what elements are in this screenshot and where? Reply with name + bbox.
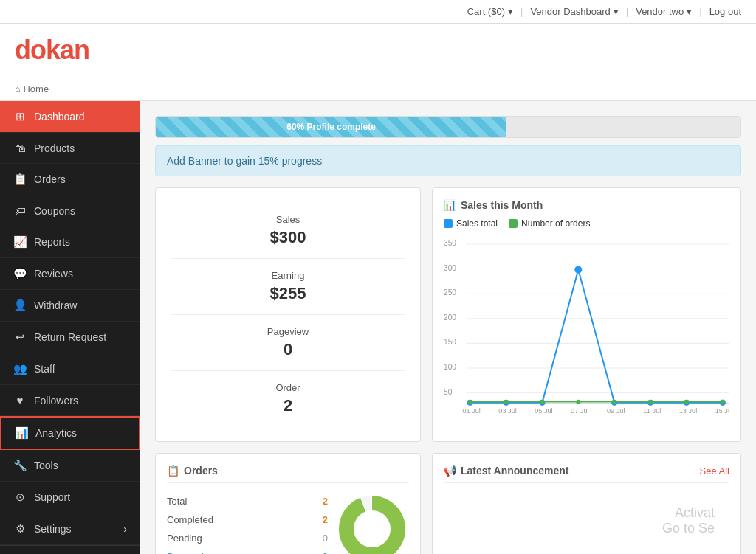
progress-label: 60% Profile complete (286, 122, 376, 132)
sidebar-label-dashboard: Dashboard (34, 111, 85, 122)
announcement-text: ActivatGo to Se (662, 505, 715, 536)
orders-section: 📋 Orders Total 2 Completed 2 (155, 453, 421, 554)
svg-text:350: 350 (444, 239, 456, 247)
sidebar-label-return-request: Return Request (34, 331, 106, 343)
support-icon: ⊙ (13, 491, 27, 504)
svg-text:50: 50 (444, 388, 453, 396)
vendor-dashboard-chevron-icon: ▾ (614, 6, 619, 17)
svg-point-23 (468, 400, 472, 404)
legend-dot-green (509, 219, 518, 228)
sidebar-external-link-button[interactable]: ↗ (0, 546, 47, 554)
header: dokan (0, 24, 756, 77)
sidebar-item-reports[interactable]: 📈 Reports (0, 226, 140, 258)
logout-button[interactable]: Log out (709, 6, 741, 17)
reports-icon: 📈 (13, 235, 27, 249)
stat-pageview-label: Pageview (171, 326, 405, 337)
vendor-two-menu[interactable]: Vendor two ▾ (636, 6, 692, 17)
stat-order-label: Order (171, 382, 405, 393)
announcement-content: ActivatGo to Se (444, 491, 729, 551)
vendor-two-label: Vendor two (636, 6, 684, 17)
svg-point-26 (576, 400, 580, 404)
svg-point-27 (612, 400, 616, 404)
stat-sales: Sales $300 (171, 203, 405, 259)
sidebar-item-settings[interactable]: ⚙ Settings › (0, 513, 140, 545)
sidebar-item-dashboard[interactable]: ⊞ Dashboard (0, 101, 140, 133)
settings-arrow-icon: › (123, 523, 127, 535)
sidebar-footer: ↗ 👤 ⏻ (0, 545, 140, 554)
stat-order-value: 2 (171, 396, 405, 415)
cart-label: Cart ($0) (467, 6, 505, 17)
legend-dot-blue (444, 219, 453, 228)
banner-notice: Add Banner to gain 15% progress (155, 145, 741, 176)
reviews-icon: 💬 (13, 267, 27, 280)
svg-point-28 (648, 400, 653, 404)
svg-text:150: 150 (444, 338, 456, 346)
svg-point-30 (721, 400, 725, 404)
sidebar-item-analytics[interactable]: 📊 Analytics (0, 416, 140, 450)
logout-label: Log out (709, 6, 741, 17)
sidebar-label-analytics: Analytics (35, 427, 77, 439)
chart-svg: 350 300 250 200 150 100 50 (444, 236, 729, 420)
cart-menu[interactable]: Cart ($0) ▾ (467, 6, 513, 17)
order-label-processing: Processing (167, 551, 214, 554)
sidebar-item-coupons[interactable]: 🏷 Coupons (0, 195, 140, 226)
svg-text:100: 100 (444, 363, 456, 371)
sidebar-item-tools[interactable]: 🔧 Tools (0, 450, 140, 482)
chart-area: 350 300 250 200 150 100 50 (444, 236, 729, 420)
legend-sales-total: Sales total (444, 218, 498, 229)
order-value-processing: 0 (323, 551, 328, 554)
announcement-icon: 📢 (444, 465, 456, 477)
content-area: 60% Profile complete Add Banner to gain … (140, 101, 756, 554)
donut-chart (335, 492, 409, 554)
home-icon: ⌂ (15, 83, 21, 94)
orders-section-title: 📋 Orders (167, 465, 409, 483)
svg-text:300: 300 (444, 264, 456, 272)
vendor-two-chevron-icon: ▾ (687, 6, 692, 17)
breadcrumb-home-link[interactable]: Home (23, 83, 49, 94)
sidebar-item-return-request[interactable]: ↩ Return Request (0, 322, 140, 353)
chart-panel: 📊 Sales this Month Sales total Number of… (432, 187, 741, 442)
svg-text:13 Jul: 13 Jul (679, 407, 697, 415)
sidebar-item-withdraw[interactable]: 👤 Withdraw (0, 290, 140, 322)
sidebar-item-followers[interactable]: ♥ Followers (0, 385, 140, 416)
stat-sales-value: $300 (171, 228, 405, 247)
order-value-total: 2 (323, 496, 328, 507)
sidebar-item-orders[interactable]: 📋 Orders (0, 164, 140, 195)
stat-earning-label: Earning (171, 270, 405, 281)
return-request-icon: ↩ (13, 330, 27, 344)
sidebar-user-button[interactable]: 👤 (47, 546, 93, 554)
orders-section-icon: 📋 (167, 465, 179, 477)
sidebar-item-reviews[interactable]: 💬 Reviews (0, 258, 140, 290)
staff-icon: 👥 (13, 362, 27, 375)
sidebar-label-tools: Tools (34, 460, 58, 471)
tools-icon: 🔧 (13, 459, 27, 472)
vendor-dashboard-label: Vendor Dashboard (530, 6, 610, 17)
svg-text:01 Jul: 01 Jul (462, 407, 480, 415)
withdraw-icon: 👤 (13, 299, 27, 312)
vendor-dashboard-menu[interactable]: Vendor Dashboard ▾ (530, 6, 618, 17)
legend-sales-label: Sales total (456, 218, 498, 229)
svg-point-41 (355, 512, 389, 546)
products-icon: 🛍 (13, 142, 27, 154)
chart-title-text: Sales this Month (461, 199, 543, 211)
dashboard-row: Sales $300 Earning $255 Pageview 0 Order… (155, 187, 741, 442)
svg-point-24 (504, 400, 508, 404)
sidebar-power-button[interactable]: ⏻ (94, 546, 140, 554)
sidebar-item-staff[interactable]: 👥 Staff (0, 353, 140, 385)
sidebar-item-support[interactable]: ⊙ Support (0, 482, 140, 513)
svg-text:07 Jul: 07 Jul (571, 407, 588, 415)
coupons-icon: 🏷 (13, 204, 27, 217)
see-all-link[interactable]: See All (700, 465, 729, 477)
order-label-completed: Completed (167, 514, 213, 525)
dashboard-icon: ⊞ (13, 110, 27, 123)
chart-icon: 📊 (444, 199, 456, 211)
svg-point-18 (574, 266, 582, 273)
sidebar-item-products[interactable]: 🛍 Products (0, 133, 140, 164)
donut-svg (335, 492, 409, 554)
stat-earning: Earning $255 (171, 259, 405, 315)
cart-chevron-icon: ▾ (508, 6, 513, 17)
sidebar-label-settings: Settings (34, 523, 72, 535)
sidebar-label-staff: Staff (34, 363, 55, 375)
svg-text:05 Jul: 05 Jul (535, 407, 552, 415)
chart-title: 📊 Sales this Month (444, 199, 729, 211)
